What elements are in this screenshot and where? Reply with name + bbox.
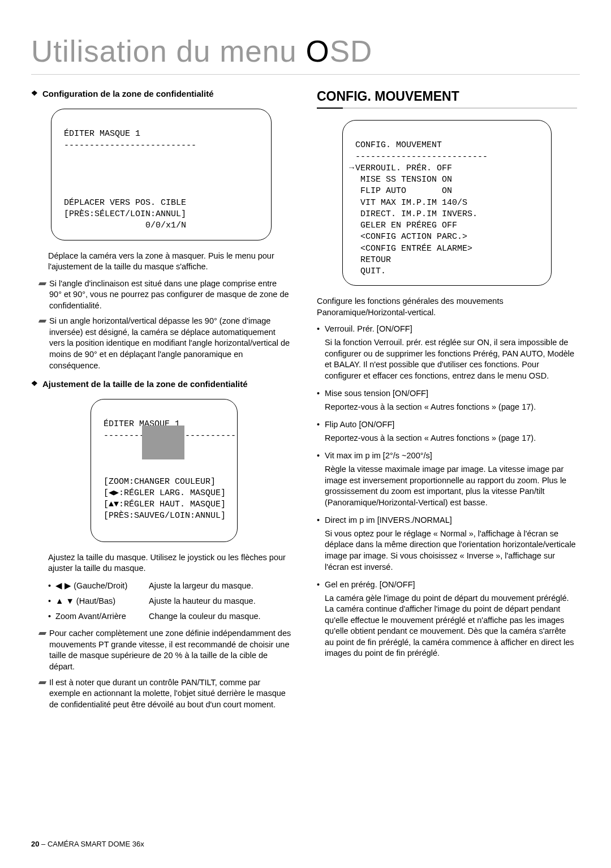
control-row: • ◀ ▶ (Gauche/Droit) Ajuste la largeur d… [48,580,291,592]
control-desc: Change la couleur du masque. [149,611,261,623]
subheading-text: Configuration de la zone de confidential… [42,89,214,98]
diag-line: GELER EN PRÉREG OFF [355,221,457,230]
note-item: Pour cacher complètement une zone défini… [37,628,291,672]
bullet-dot: • [48,580,51,592]
diamond-icon: ❖ [31,89,38,97]
body-text: Ajustez la taille du masque. Utilisez le… [48,552,291,574]
note-item: Si l'angle d'inclinaison est situé dans … [37,278,291,312]
feature-head: Verrouil. Prér. [ON/OFF] [317,324,577,335]
control-row: • ▲ ▼ (Haut/Bas) Ajuste la hauteur du ma… [48,595,291,608]
diag-line: FLIP AUTO ON [355,186,452,196]
control-label: (Haut/Bas) [76,596,115,605]
diag-line: MISE SS TENSION ON [355,175,452,184]
left-right-triangles-icon: ◀ ▶ [55,581,71,590]
diag-line: VIT MAX IM.P.IM 140/S [355,198,467,208]
feature-head: Direct im p im [INVERS./NORMAL] [317,515,577,526]
control-label: Zoom Avant/Arrière [55,611,149,623]
feature-head: Vit max im p im [2°/s ~200°/s] [317,450,577,462]
page-title: Utilisation du menu OSD [31,34,580,75]
footer-text: CAMÉRA SMART DOME 36x [48,840,144,848]
intro-text: Configure les fonctions générales des mo… [317,296,577,318]
diag-dashes: -------------------------- [64,141,196,151]
title-rest: SD [330,35,373,68]
diag-line: <CONFIG ENTRÉE ALARME> [355,244,472,253]
feature-head: Gel en prérég. [ON/OFF] [317,579,577,591]
diagram-editer-masque-2: ÉDITER MASQUE 1 ------------------------… [91,399,238,542]
note-item: Il est à noter que durant un contrôle PA… [37,677,291,711]
diag-line: QUIT. [355,267,386,276]
left-column: ❖ Configuration de la zone de confidenti… [31,89,291,715]
sub-heading-ajustement: ❖ Ajustement de la taille de la zone de … [31,379,291,389]
feature-head: Mise sous tension [ON/OFF] [317,388,577,399]
arrow-right-icon: → [349,163,354,174]
diag-dashes: -------------------------- [355,152,488,162]
note-item: Si un angle horizontal/vertical dépasse … [37,316,291,371]
subheading-text: Ajustement de la taille de la zone de co… [42,379,248,389]
feature-desc: Reportez-vous à la section « Autres fonc… [317,433,577,444]
section-title-config-mouvement: CONFIG. MOUVEMENT [317,89,577,108]
diag-line: [ZOOM:CHANGER COULEUR] [104,477,216,487]
mask-preview-block [142,426,184,459]
diag-line: 0/0/x1/N [64,221,186,230]
diag-line: [PRÈS:SAUVEG/LOIN:ANNUL] [104,511,226,521]
feature-desc: Reportez-vous à la section « Autres fonc… [317,402,577,413]
diag-line-text: VERROUIL. PRÉR. OFF [355,164,452,173]
note-list: Si l'angle d'inclinaison est situé dans … [37,278,291,372]
diag-title: ÉDITER MASQUE 1 [64,129,140,139]
control-label: (Gauche/Droit) [74,581,127,590]
diag-line: RETOUR [355,255,391,265]
diag-line: →VERROUIL. PRÉR. OFF [355,164,452,173]
bullet-dot: • [48,611,51,623]
control-desc: Ajuste la hauteur du masque. [149,595,256,608]
diag-line: DÉPLACER VERS POS. CIBLE [64,198,186,208]
page-number: 20 [31,840,39,848]
diagram-config-mouvement: CONFIG. MOUVEMENT ----------------------… [342,120,552,286]
feature-desc: Si vous optez pour le réglage « Normal »… [317,528,577,573]
diamond-icon: ❖ [31,379,38,388]
right-column: CONFIG. MOUVEMENT CONFIG. MOUVEMENT ----… [317,89,577,715]
feature-desc: La caméra gèle l'image du point de dépar… [317,593,577,659]
feature-desc: Règle la vitesse maximale image par imag… [317,464,577,508]
diag-line: [◀▶:RÉGLER LARG. MASQUE] [104,488,226,498]
control-row: • Zoom Avant/Arrière Change la couleur d… [48,611,291,623]
footer-dash: – [39,840,47,848]
body-text: Déplace la caméra vers la zone à masquer… [48,251,291,273]
feature-head: Flip Auto [ON/OFF] [317,419,577,431]
title-highlight: O [306,35,329,68]
up-down-triangles-icon: ▲ ▼ [55,596,74,605]
feature-desc: Si la fonction Verrouil. prér. est réglé… [317,337,577,381]
diag-title: CONFIG. MOUVEMENT [355,140,442,150]
page-footer: 20 – CAMÉRA SMART DOME 36x [31,840,144,848]
sub-heading-config-zone: ❖ Configuration de la zone de confidenti… [31,89,291,98]
diagram-editer-masque-1: ÉDITER MASQUE 1 ------------------------… [51,109,272,240]
bullet-dot: • [48,595,51,608]
control-desc: Ajuste la largeur du masque. [149,580,253,592]
note-list: Pour cacher complètement une zone défini… [37,628,291,710]
diag-line: DIRECT. IM.P.IM INVERS. [355,209,477,219]
feature-list: Verrouil. Prér. [ON/OFF] Si la fonction … [317,324,577,659]
diag-line: [▲▼:RÉGLER HAUT. MASQUE] [104,500,226,509]
title-plain: Utilisation du menu [31,35,306,68]
diag-line: <CONFIG ACTION PARC.> [355,232,467,242]
diag-line: [PRÈS:SÉLECT/LOIN:ANNUL] [64,209,186,219]
